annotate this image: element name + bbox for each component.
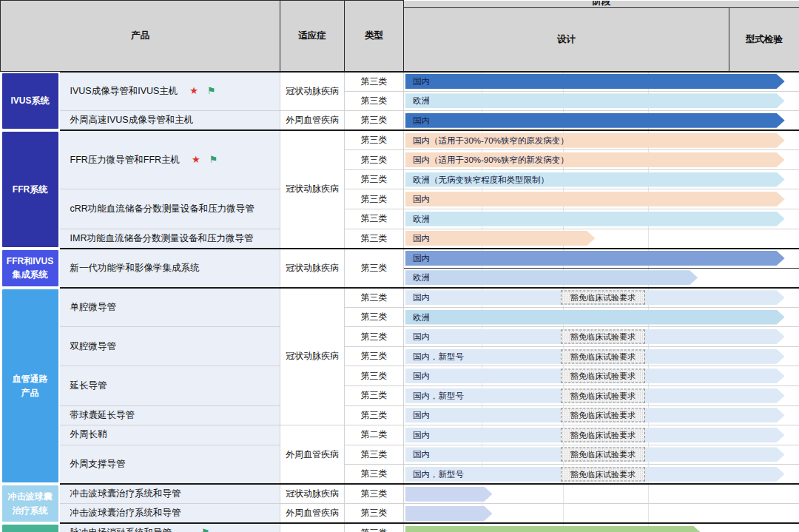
type-cell: 第三类 [345, 386, 404, 406]
product-cell: 延长导管 [60, 366, 280, 405]
group-cell: 电生理 解决方案 [1, 523, 60, 532]
stage-bar [405, 487, 492, 502]
stage-bar: 国内 [405, 251, 785, 266]
product-cell: 双腔微导管 [60, 327, 280, 366]
type-cell: 第三类 [345, 209, 404, 229]
product-name: 外周长鞘 [70, 429, 107, 440]
stage-cell: 欧洲 [404, 91, 799, 111]
group-cell: FFR和IVUS 集成系统 [1, 249, 60, 288]
indication-cell: 冠状动脉疾病 [280, 72, 345, 111]
group-cell: FFR系统 [1, 130, 60, 248]
col-header-indication: 适应症 [280, 1, 345, 72]
group-label: 血管通路 产品 [2, 289, 58, 483]
clinical-exemption-badge: 豁免临床试验要求 [561, 428, 645, 442]
product-name: 单腔微导管 [70, 302, 117, 312]
stage-cell: 国内（适用于30%-70%狭窄的原发病变） [404, 130, 799, 150]
stage-header-label: 阶段 [404, 1, 799, 8]
stage-cell: 国内 [404, 189, 799, 209]
clinical-exemption-badge: 豁免临床试验要求 [561, 369, 645, 383]
product-name: 冲击波球囊治疗系统和导管 [70, 508, 181, 518]
product-name: IVUS成像导管和IVUS主机 [70, 86, 178, 96]
type-cell: 第二类 [345, 425, 404, 445]
type-cell: 第三类 [345, 91, 404, 111]
stage-cell: 欧洲 [404, 209, 799, 229]
stage-cell [404, 523, 799, 532]
col-header-stage: 阶段 [404, 1, 799, 8]
stage-bar: 国内 [405, 231, 595, 246]
product-name: 外周支撑导管 [70, 459, 126, 469]
stage-bar: 欧洲 [405, 310, 785, 325]
table-header: 产品 适应症 类型 阶段 （预期）批准时间 设计 型式检验 临床 注册及批准 [1, 1, 799, 72]
stage-bar: 欧洲（无病变狭窄程度和类型限制） [405, 172, 785, 187]
indication-cell: 冠状动脉疾病 [280, 130, 345, 248]
product-name: IMR功能血流储备分数测量设备和压力微导管 [70, 233, 254, 243]
group-cell: 血管通路 产品 [1, 288, 60, 485]
col-header-design: 设计 [404, 7, 729, 72]
clinical-exemption-badge: 豁免临床试验要求 [561, 467, 645, 481]
product-name: 带球囊延长导管 [70, 410, 135, 420]
type-cell: 第三类 [345, 523, 404, 532]
type-cell: 第三类 [345, 327, 404, 347]
product-cell: IMR功能血流储备分数测量设备和压力微导管 [60, 229, 280, 249]
type-cell: 第三类 [345, 249, 404, 288]
stage-cell: 欧洲 [404, 307, 799, 327]
product-name: 外周高速IVUS成像导管和主机 [70, 115, 194, 125]
product-cell: 新一代功能学和影像学集成系统 [60, 249, 280, 288]
stage-bar: 国内 [405, 113, 785, 128]
clinical-exemption-badge: 豁免临床试验要求 [561, 291, 645, 305]
product-name: 新一代功能学和影像学集成系统 [70, 263, 200, 273]
product-cell: 单腔微导管 [60, 288, 280, 327]
group-label: FFR系统 [2, 132, 58, 246]
stage-bar: 欧洲 [405, 270, 698, 285]
type-cell: 第三类 [345, 307, 404, 327]
flag-icon: ⚑ [207, 85, 216, 96]
product-cell: 冲击波球囊治疗系统和导管 [60, 484, 280, 504]
stage-cell: 国内 [404, 249, 799, 269]
star-icon: ★ [189, 85, 198, 96]
product-cell: 外周长鞘 [60, 425, 280, 445]
indication-cell: 房颤 [280, 523, 345, 532]
product-name: cRR功能血流储备分数测量设备和压力微导管 [70, 203, 254, 214]
stage-cell: 欧洲（无病变狭窄程度和类型限制） [404, 169, 799, 189]
stage-bar: 国内（适用于30%-90%狭窄的新发病变） [405, 152, 785, 167]
stage-cell: 国内豁免临床试验要求 [404, 405, 799, 425]
flag-icon: ⚑ [201, 527, 210, 532]
stage-bar: 国内（适用于30%-70%狭窄的原发病变） [405, 133, 785, 148]
product-cell: 外周高速IVUS成像导管和主机 [60, 111, 280, 131]
stage-cell: 国内，新型号豁免临床试验要求 [404, 465, 799, 485]
type-cell: 第三类 [345, 346, 404, 366]
clinical-exemption-badge: 豁免临床试验要求 [561, 448, 645, 462]
flag-icon: ⚑ [209, 154, 218, 165]
stage-cell: 国内豁免临床试验要求 [404, 288, 799, 308]
product-name: 脉冲电场消融系统和导管 [70, 528, 172, 532]
product-name: 双腔微导管 [70, 341, 117, 351]
stage-cell: 国内豁免临床试验要求 [404, 366, 799, 386]
type-cell: 第三类 [345, 229, 404, 249]
group-label: FFR和IVUS 集成系统 [2, 250, 58, 286]
product-cell: 脉冲电场消融系统和导管⚑ [60, 523, 280, 532]
type-cell: 第三类 [345, 366, 404, 386]
stage-cell: 国内豁免临床试验要求 [404, 327, 799, 347]
product-cell: IVUS成像导管和IVUS主机★⚑ [60, 72, 280, 111]
stage-bar: 国内 [405, 74, 785, 89]
stage-cell: 国内（适用于30%-90%狭窄的新发病变） [404, 150, 799, 170]
type-cell: 第三类 [345, 72, 404, 92]
type-cell: 第三类 [345, 504, 404, 524]
product-name: 延长导管 [70, 380, 107, 391]
clinical-exemption-badge: 豁免临床试验要求 [561, 388, 645, 403]
stage-cell: 国内 [404, 111, 799, 131]
stage-bar [405, 506, 492, 521]
stage-bar: 国内 [405, 192, 785, 206]
group-cell: IVUS系统 [1, 72, 60, 131]
type-cell: 第三类 [345, 445, 404, 465]
product-name: FFR压力微导管和FFR主机 [70, 155, 181, 165]
stage-bar: 欧洲 [405, 212, 785, 226]
product-cell: 带球囊延长导管 [60, 405, 280, 425]
indication-cell: 外周血管疾病 [280, 111, 345, 131]
stage-cell: 国内，新型号豁免临床试验要求 [404, 386, 799, 406]
product-cell: cRR功能血流储备分数测量设备和压力微导管 [60, 189, 280, 229]
stage-cell: 国内 [404, 72, 799, 92]
clinical-exemption-badge: 豁免临床试验要求 [561, 330, 645, 344]
group-label: 电生理 解决方案 [2, 525, 58, 532]
type-cell: 第三类 [345, 130, 404, 150]
